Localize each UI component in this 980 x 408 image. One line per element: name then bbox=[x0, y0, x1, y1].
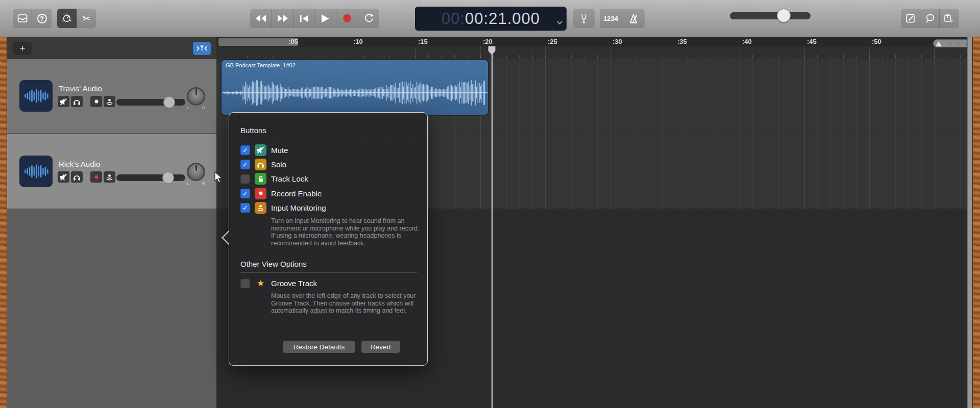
count-in-label: 1234 bbox=[603, 15, 618, 22]
notepad-button[interactable] bbox=[901, 9, 920, 28]
track-name[interactable]: Rick's Audio bbox=[59, 160, 100, 168]
popover-option-input-monitoring[interactable]: ✓Input Monitoring bbox=[240, 202, 326, 214]
metronome-button[interactable] bbox=[622, 9, 645, 28]
pan-left-label: L bbox=[187, 181, 189, 186]
master-volume-slider[interactable] bbox=[730, 12, 811, 19]
option-checkbox[interactable]: ✓ bbox=[240, 189, 250, 198]
cycle-range-pill[interactable] bbox=[218, 38, 298, 46]
zoom-slider-thumb[interactable] bbox=[936, 41, 942, 46]
ruler-tick-strip[interactable] bbox=[216, 46, 967, 59]
track-input-monitoring-button[interactable] bbox=[104, 96, 115, 107]
browser-toggle-group: ♪ bbox=[901, 9, 959, 28]
loop-browser-button[interactable] bbox=[920, 9, 940, 28]
smart-controls-button[interactable] bbox=[57, 9, 77, 28]
track-header-filter-button[interactable] bbox=[193, 42, 211, 55]
metronome-group: 1234 bbox=[600, 9, 645, 28]
option-label: Input Monitoring bbox=[271, 203, 326, 212]
mute-icon bbox=[255, 144, 266, 156]
track-mute-button[interactable] bbox=[58, 171, 69, 183]
option-checkbox[interactable]: ✓ bbox=[240, 145, 250, 155]
tuner-group bbox=[573, 9, 595, 28]
track-solo-button[interactable] bbox=[71, 96, 83, 107]
notepad-icon bbox=[905, 13, 916, 23]
ruler-label: :40 bbox=[742, 38, 752, 45]
metronome-icon bbox=[628, 14, 639, 23]
go-to-beginning-button[interactable] bbox=[294, 9, 314, 28]
track-volume-slider[interactable] bbox=[116, 174, 185, 181]
track-icon[interactable] bbox=[19, 80, 53, 112]
track-pan-knob[interactable] bbox=[187, 87, 205, 106]
media-browser-icon: ♪ bbox=[944, 13, 955, 23]
knob-icon bbox=[61, 13, 72, 24]
record-icon bbox=[255, 188, 266, 199]
track-mute-button[interactable] bbox=[58, 96, 69, 107]
fast-forward-icon bbox=[277, 15, 288, 22]
track-volume-slider[interactable] bbox=[116, 99, 185, 106]
groove-track-option[interactable]: ★ Groove Track bbox=[240, 277, 317, 289]
input-monitoring-icon bbox=[255, 202, 266, 214]
editor-button[interactable]: ✂ bbox=[77, 9, 96, 28]
revert-button[interactable]: Revert bbox=[361, 341, 400, 353]
skip-to-beginning-icon bbox=[300, 15, 309, 22]
track-volume-thumb[interactable] bbox=[163, 96, 175, 108]
media-browser-button[interactable]: ♪ bbox=[940, 9, 959, 28]
catch-playhead-icon bbox=[196, 44, 208, 53]
groove-track-checkbox[interactable] bbox=[240, 278, 250, 288]
lcd-display[interactable]: 00: 00:21.000 bbox=[415, 7, 567, 31]
option-checkbox[interactable] bbox=[240, 174, 250, 184]
ruler-label: :15 bbox=[418, 38, 428, 45]
mouse-cursor bbox=[214, 171, 223, 186]
ruler-label: :20 bbox=[483, 38, 493, 45]
audio-region[interactable]: GB Podcast Template_1#02 bbox=[221, 60, 488, 115]
chevron-down-icon[interactable] bbox=[557, 17, 562, 27]
horizontal-zoom-slider[interactable] bbox=[933, 39, 967, 47]
popover-option-track-lock[interactable]: Track Lock bbox=[240, 173, 308, 185]
track-row[interactable]: Rick's Audio L R bbox=[7, 134, 216, 209]
restore-defaults-button[interactable]: Restore Defaults bbox=[283, 341, 355, 353]
lock-icon bbox=[255, 173, 266, 185]
input-monitoring-description: Turn on Input Monitoring to hear sound f… bbox=[271, 217, 420, 247]
play-button[interactable] bbox=[314, 9, 336, 28]
record-button[interactable] bbox=[336, 9, 358, 28]
option-label: Record Enable bbox=[271, 189, 322, 198]
popover-section-title: Buttons bbox=[240, 126, 266, 135]
option-label: Mute bbox=[271, 146, 288, 155]
ruler-label: :45 bbox=[807, 38, 817, 45]
help-icon: ? bbox=[37, 14, 47, 23]
library-button[interactable] bbox=[13, 9, 32, 28]
cycle-button[interactable] bbox=[358, 9, 379, 28]
popover-option-record-enable[interactable]: ✓Record Enable bbox=[240, 187, 322, 199]
master-volume-thumb[interactable] bbox=[777, 9, 791, 22]
count-in-button[interactable]: 1234 bbox=[600, 9, 622, 28]
time-ruler[interactable]: :05:10:15:20:25:30:35:40:45:50:55 bbox=[216, 37, 967, 46]
popover-option-solo[interactable]: ✓Solo bbox=[240, 158, 286, 170]
track-name[interactable]: Travis' Audio bbox=[59, 84, 102, 93]
track-solo-button[interactable] bbox=[71, 171, 83, 183]
option-checkbox[interactable]: ✓ bbox=[240, 203, 250, 213]
scrollbar-track[interactable] bbox=[967, 37, 972, 408]
popover-option-mute[interactable]: ✓Mute bbox=[240, 144, 288, 156]
track-record-enable-button[interactable] bbox=[90, 96, 102, 107]
loop-browser-icon bbox=[925, 13, 935, 23]
ruler-label: :35 bbox=[677, 38, 687, 45]
quick-help-button[interactable]: ? bbox=[32, 9, 52, 28]
track-record-enable-button[interactable] bbox=[90, 171, 102, 183]
track-icon[interactable] bbox=[19, 156, 53, 187]
track-volume-thumb[interactable] bbox=[162, 172, 174, 184]
option-checkbox[interactable]: ✓ bbox=[240, 160, 250, 169]
tuner-button[interactable] bbox=[573, 9, 595, 28]
waveform bbox=[222, 71, 487, 114]
ruler-label: :10 bbox=[353, 38, 363, 45]
track-row[interactable]: Travis' Audio L R bbox=[7, 59, 216, 134]
playhead-line[interactable] bbox=[492, 46, 493, 408]
add-track-button[interactable]: + bbox=[13, 42, 32, 55]
lcd-time: 00:21.000 bbox=[465, 10, 540, 28]
popover-section-title: Other View Options bbox=[240, 260, 307, 268]
track-pan-knob[interactable] bbox=[187, 163, 205, 181]
rewind-button[interactable] bbox=[250, 9, 272, 28]
forward-button[interactable] bbox=[272, 9, 294, 28]
desktop-wallpaper-edge bbox=[0, 37, 7, 408]
track-header-topbar: + bbox=[7, 37, 216, 59]
track-input-monitoring-button[interactable] bbox=[104, 171, 115, 183]
library-icon bbox=[17, 14, 28, 23]
